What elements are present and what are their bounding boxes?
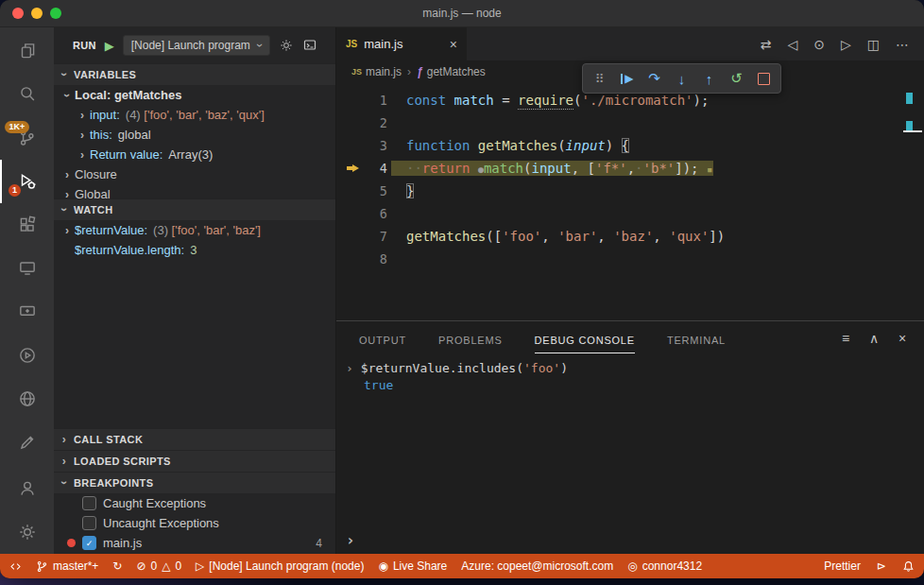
sidebar-item-test-explorer[interactable]	[0, 334, 54, 377]
variables-list: ›Local: getMatches›input:(4) ['foo', 'ba…	[54, 85, 335, 198]
tab-problems[interactable]: PROBLEMS	[438, 324, 503, 353]
breakpoint-checkbox[interactable]	[82, 496, 96, 510]
loaded-scripts-section-header[interactable]: › LOADED SCRIPTS	[54, 450, 335, 472]
watch-section-header[interactable]: › WATCH	[54, 198, 335, 220]
tab-main-js[interactable]: JS main.js ×	[336, 27, 467, 60]
sync-icon: ↻	[112, 559, 122, 573]
tab-terminal[interactable]: TERMINAL	[667, 324, 726, 353]
code-line[interactable]: 8	[336, 248, 924, 270]
tab-output[interactable]: OUTPUT	[359, 324, 406, 353]
breakpoint-row[interactable]: ✓main.js4	[54, 533, 335, 553]
run-forward-icon[interactable]: ▷	[841, 37, 851, 52]
breadcrumb-symbol[interactable]: ƒ getMatches	[417, 65, 486, 78]
azure-account-status[interactable]: Azure: copeet@microsoft.com	[461, 559, 613, 573]
step-over-button[interactable]: ↷	[641, 66, 668, 91]
watch-list: ›$returnValue:(3) ['foo', 'bar', 'baz']$…	[54, 220, 335, 262]
start-debugging-button[interactable]: ▶	[105, 39, 114, 53]
tree-row[interactable]: ›input:(4) ['foo', 'bar', 'baz', 'qux']	[54, 105, 335, 125]
breakpoint-checkbox[interactable]	[82, 516, 96, 530]
call-stack-section-header[interactable]: › CALL STACK	[54, 428, 335, 450]
breakpoint-row[interactable]: Uncaught Exceptions	[54, 513, 335, 533]
settings-button[interactable]	[0, 510, 54, 554]
notifications-button[interactable]	[902, 560, 915, 573]
continue-button[interactable]: ▶	[613, 66, 641, 91]
gutter-glyph-margin[interactable]	[342, 164, 363, 173]
close-tab-icon[interactable]: ×	[450, 37, 457, 52]
sidebar-item-live-share[interactable]	[0, 290, 54, 334]
variable-name: this:	[90, 128, 112, 142]
maximize-panel-icon[interactable]: ∧	[869, 331, 880, 346]
sidebar-item-explorer[interactable]	[0, 29, 54, 73]
loaded-scripts-title: LOADED SCRIPTS	[74, 456, 171, 467]
code-line[interactable]: 5}	[336, 180, 924, 202]
run-toolbar: RUN ▶ [Node] Launch program ›	[54, 27, 335, 63]
configure-gear-button[interactable]	[279, 38, 294, 53]
tree-row[interactable]: ›Global	[54, 184, 335, 198]
breakpoint-checkbox[interactable]: ✓	[82, 536, 96, 550]
tree-row[interactable]: ›Local: getMatches	[54, 85, 335, 105]
code-line[interactable]: 6	[336, 202, 924, 225]
breadcrumb-file[interactable]: JS main.js	[351, 65, 402, 78]
tab-bar: JS main.js × ⇄ ◁ ⊙ ▷ ◫ ⋯	[336, 27, 924, 60]
accounts-button[interactable]	[0, 467, 54, 510]
tab-debug-console[interactable]: DEBUG CONSOLE	[535, 324, 635, 353]
tree-row[interactable]: ›Closure	[54, 164, 335, 184]
remote-indicator[interactable]	[9, 560, 22, 573]
minimize-window-button[interactable]	[31, 8, 43, 19]
record-icon[interactable]: ⊙	[813, 37, 825, 52]
live-share-button[interactable]: ◉ Live Share	[378, 559, 447, 573]
open-changes-icon[interactable]: ⇄	[761, 37, 772, 52]
breakpoint-row[interactable]: Caught Exceptions	[54, 493, 335, 513]
launch-config-dropdown[interactable]: [Node] Launch program ›	[123, 35, 270, 56]
sidebar-item-extensions[interactable]	[0, 203, 54, 247]
more-actions-icon[interactable]: ⋯	[896, 37, 909, 52]
tree-row[interactable]: $returnValue.length:3	[54, 240, 335, 260]
tree-row[interactable]: ›$returnValue:(3) ['foo', 'bar', 'baz']	[54, 220, 335, 240]
drag-handle[interactable]: ⠿	[586, 66, 613, 91]
stop-button[interactable]	[750, 66, 778, 91]
code-line[interactable]: 3function getMatches(input) {	[336, 134, 924, 157]
sidebar-item-source-control[interactable]: 1K+	[0, 116, 54, 160]
code-line[interactable]: 7getMatches(['foo', 'bar', 'baz', 'qux']…	[336, 225, 924, 248]
sidebar-item-gitlens[interactable]	[0, 421, 54, 464]
debug-session-status[interactable]: ▷ [Node] Launch program (node)	[196, 559, 364, 573]
remote-monitor-icon	[17, 258, 38, 279]
code-line[interactable]: 4··return ●match(input, ['f*',·'b*']); ▪	[336, 157, 924, 180]
titlebar[interactable]: main.js — node	[0, 0, 924, 27]
code-line[interactable]: 2	[336, 112, 924, 134]
split-editor-icon[interactable]: ◫	[867, 37, 880, 52]
console-input-prompt-icon[interactable]: ›	[346, 531, 355, 549]
restart-button[interactable]: ↺	[723, 66, 750, 91]
sidebar-item-github[interactable]	[0, 377, 54, 421]
close-panel-icon[interactable]: ×	[898, 331, 907, 346]
variable-value: 3	[190, 243, 197, 257]
tree-row[interactable]: ›this:global	[54, 125, 335, 145]
problems-status[interactable]: ⊘ 0 △ 0	[136, 559, 181, 573]
gear-icon	[279, 38, 294, 53]
tree-row[interactable]: ›Return value:Array(3)	[54, 145, 335, 164]
filter-icon[interactable]: ≡	[842, 331, 850, 346]
debug-console[interactable]: › $returnValue.includes('foo') true	[336, 355, 924, 392]
js-file-icon: JS	[351, 67, 362, 77]
step-into-button[interactable]: ↓	[668, 66, 695, 91]
reverse-continue-icon[interactable]: ◁	[787, 37, 797, 52]
github-account-status[interactable]: ◎ connor4312	[627, 559, 702, 573]
prettier-status[interactable]: Prettier	[824, 559, 861, 573]
close-window-button[interactable]	[12, 8, 24, 19]
feedback-button[interactable]: ⊳	[877, 559, 886, 573]
variables-section-header[interactable]: › VARIABLES	[54, 63, 335, 85]
zoom-window-button[interactable]	[50, 8, 61, 19]
overview-ruler[interactable]	[903, 87, 922, 320]
git-branch-status[interactable]: master*+	[36, 559, 98, 573]
console-entry: › $returnValue.includes('foo')	[346, 361, 924, 375]
code-editor[interactable]: 1const match = require('./micromatch');2…	[336, 83, 924, 320]
breakpoint-dot	[67, 539, 76, 547]
step-out-button[interactable]: ↑	[695, 66, 723, 91]
line-number: 8	[363, 251, 387, 267]
open-debug-console-button[interactable]	[302, 38, 317, 53]
sidebar-item-remote-explorer[interactable]	[0, 247, 54, 290]
sidebar-item-search[interactable]	[0, 73, 54, 116]
sidebar-item-run-debug[interactable]: 1	[0, 160, 54, 203]
sync-changes-button[interactable]: ↻	[112, 559, 122, 573]
breakpoints-section-header[interactable]: › BREAKPOINTS	[54, 472, 335, 493]
